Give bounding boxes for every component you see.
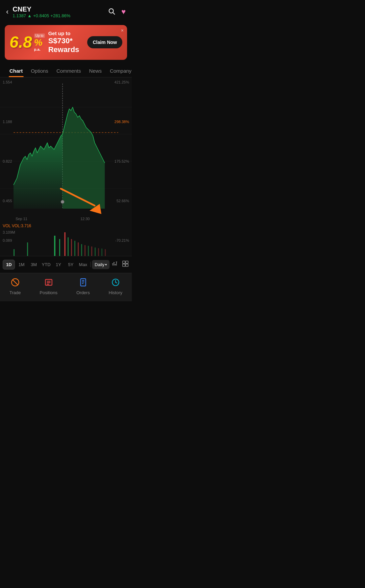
svg-rect-29 <box>105 249 106 256</box>
timeframe-1m[interactable]: 1M <box>16 260 27 269</box>
orders-icon <box>79 278 88 289</box>
chart-type-icon[interactable] <box>112 260 119 269</box>
claim-now-button[interactable]: Claim Now <box>87 36 122 48</box>
banner-percent: % <box>34 38 43 47</box>
timeframe-3m[interactable]: 3M <box>28 260 40 269</box>
svg-rect-21 <box>78 242 79 256</box>
timeframe-1y[interactable]: 1Y <box>53 260 64 269</box>
price-change-pct: +281.86% <box>50 13 70 18</box>
svg-rect-27 <box>98 248 99 256</box>
tab-chart[interactable]: Chart <box>5 65 27 77</box>
layout-icon[interactable] <box>122 260 129 269</box>
svg-rect-25 <box>91 246 92 256</box>
svg-rect-24 <box>88 246 89 256</box>
svg-line-43 <box>13 280 18 285</box>
volume-chart: 3.109M <box>0 229 132 256</box>
x-label-end: 12:30 <box>80 217 90 221</box>
tab-comments[interactable]: Comments <box>52 65 85 77</box>
timeframe-selector: 1D 1M 3M YTD 1Y 5Y Max Daily ▾ <box>0 256 132 273</box>
daily-label: Daily <box>95 262 104 267</box>
tab-company[interactable]: Company <box>106 65 132 77</box>
separator <box>90 262 91 267</box>
back-button[interactable]: ‹ <box>6 7 8 16</box>
chevron-down-icon: ▾ <box>105 263 107 266</box>
banner-content: Get up to S$730* Rewards <box>45 30 88 54</box>
y-label-top: 1.554 <box>3 80 12 84</box>
y-axis-right: 421.25% 298.38% 175.52% 52.66% -70.21% <box>115 80 129 242</box>
watchlist-button[interactable]: ♥ <box>121 7 126 16</box>
ticker-price: 1.1387 ▲ +0.8405 +281.86% <box>13 13 70 18</box>
trade-icon <box>11 278 20 289</box>
timeframe-5y[interactable]: 5Y <box>65 260 76 269</box>
svg-rect-18 <box>68 237 69 256</box>
timeframe-ytd[interactable]: YTD <box>40 260 52 269</box>
svg-rect-16 <box>59 239 60 256</box>
nav-positions-label: Positions <box>40 290 57 295</box>
y-axis-left: 1.554 1.188 0.822 0.455 0.089 <box>3 80 12 242</box>
ticker-info: CNEY 1.1387 ▲ +0.8405 +281.86% <box>13 5 70 18</box>
positions-icon <box>44 278 53 289</box>
tab-news[interactable]: News <box>85 65 106 77</box>
nav-history-label: History <box>109 290 122 295</box>
ticker-name: CNEY <box>13 5 70 13</box>
svg-rect-26 <box>95 248 96 256</box>
svg-rect-39 <box>126 261 128 263</box>
svg-rect-20 <box>74 241 75 256</box>
svg-point-10 <box>61 200 64 204</box>
history-icon <box>111 278 120 289</box>
volume-header: VOL VOL:3.716 <box>0 222 132 229</box>
y-pct-top: 421.25% <box>115 80 129 84</box>
svg-rect-23 <box>84 245 86 256</box>
svg-rect-38 <box>123 261 125 263</box>
nav-orders-label: Orders <box>76 290 90 295</box>
nav-trade-label: Trade <box>9 290 21 295</box>
svg-rect-17 <box>64 232 66 256</box>
tab-options[interactable]: Options <box>27 65 52 77</box>
banner-close-button[interactable]: × <box>121 28 124 33</box>
svg-rect-40 <box>123 264 125 266</box>
banner-rate-number: 6.8 <box>9 34 32 50</box>
vol-value: VOL:3.716 <box>12 224 31 228</box>
y-pct-bottom: -70.21% <box>115 238 129 242</box>
banner-pa: p.a. <box>34 47 41 51</box>
timeframe-1d[interactable]: 1D <box>3 260 15 269</box>
price-arrow: ▲ <box>27 13 32 18</box>
timeframe-daily-selector[interactable]: Daily ▾ <box>92 260 110 269</box>
timeframe-max[interactable]: Max <box>77 260 89 269</box>
svg-line-1 <box>113 13 115 14</box>
nav-history[interactable]: History <box>109 278 122 295</box>
nav-orders[interactable]: Orders <box>76 278 90 295</box>
chart-area: 1.554 1.188 0.822 0.455 0.089 421.25% 29… <box>0 77 132 256</box>
y-label-bottom: 0.089 <box>3 238 12 242</box>
y-pct-2: 298.38% <box>115 120 129 124</box>
svg-rect-41 <box>126 264 128 266</box>
price-change: +0.8405 <box>33 13 49 18</box>
nav-trade[interactable]: Trade <box>9 278 21 295</box>
svg-rect-14 <box>27 242 28 256</box>
price-chart[interactable] <box>0 80 132 215</box>
bottom-navigation: Trade Positions Orders <box>0 273 132 301</box>
x-axis: Sep 11 12:30 <box>0 215 132 222</box>
y-label-4: 0.455 <box>3 199 12 203</box>
banner-title: Get up to <box>48 30 84 37</box>
chart-tabs: Chart Options Comments News Company <box>0 65 132 77</box>
price-value: 1.1387 <box>13 13 26 18</box>
search-button[interactable] <box>108 7 115 17</box>
nav-positions[interactable]: Positions <box>40 278 57 295</box>
svg-rect-22 <box>81 244 82 256</box>
header-left: ‹ CNEY 1.1387 ▲ +0.8405 +281.86% <box>6 5 70 18</box>
svg-rect-13 <box>14 249 15 256</box>
svg-rect-28 <box>101 249 102 256</box>
svg-rect-19 <box>71 239 72 256</box>
x-label-start: Sep 11 <box>16 217 27 221</box>
y-label-2: 1.188 <box>3 120 12 124</box>
y-pct-4: 52.66% <box>115 199 129 203</box>
y-pct-3: 175.52% <box>115 159 129 163</box>
banner-subtitle: S$730* Rewards <box>48 37 84 54</box>
banner-rate: 6.8 Up to % p.a. <box>9 33 45 51</box>
svg-rect-15 <box>54 236 55 256</box>
banner-rate-details: Up to % p.a. <box>34 33 45 51</box>
header-icons: ♥ <box>108 7 126 17</box>
promotion-banner: × 6.8 Up to % p.a. Get up to S$730* Rewa… <box>5 25 127 60</box>
header: ‹ CNEY 1.1387 ▲ +0.8405 +281.86% ♥ <box>0 0 132 22</box>
